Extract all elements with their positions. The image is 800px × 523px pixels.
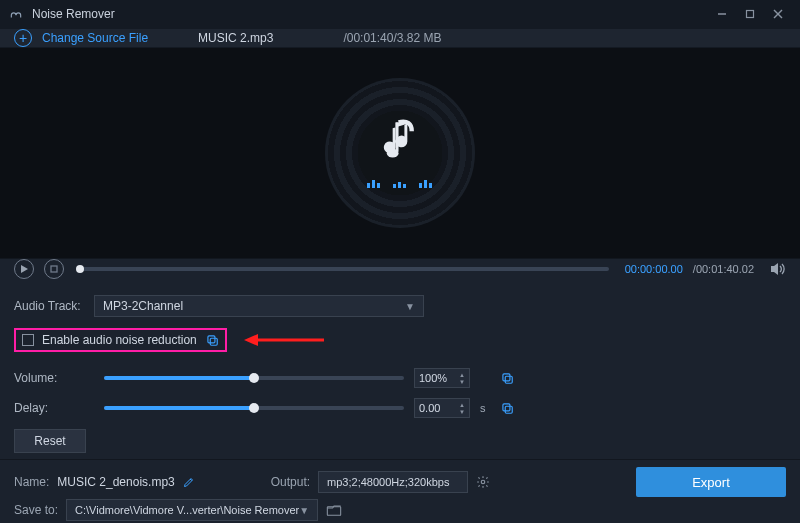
output-format-select[interactable]: mp3;2;48000Hz;320kbps — [318, 471, 468, 493]
svg-rect-5 — [396, 122, 399, 151]
edit-name-icon[interactable] — [183, 476, 195, 488]
delay-unit: s — [480, 402, 490, 414]
name-label: Name: — [14, 475, 49, 489]
app-window: Noise Remover + Change Source File MUSIC… — [0, 0, 800, 523]
saveto-path-select[interactable]: C:\Vidmore\Vidmore V...verter\Noise Remo… — [66, 499, 318, 521]
svg-marker-21 — [244, 334, 258, 346]
delay-value-box[interactable]: 0.00 ▲▼ — [414, 398, 470, 418]
volume-slider[interactable] — [104, 376, 404, 380]
volume-row: Volume: 100% ▲▼ — [14, 363, 786, 393]
volume-slider-fill — [104, 376, 254, 380]
source-filename: MUSIC 2.mp3 — [198, 31, 273, 45]
time-total: /00:01:40.02 — [693, 263, 754, 275]
delay-slider[interactable] — [104, 406, 404, 410]
delay-label: Delay: — [14, 401, 94, 415]
noise-reduction-label: Enable audio noise reduction — [42, 333, 197, 347]
svg-rect-16 — [51, 266, 57, 272]
svg-rect-19 — [210, 338, 217, 345]
source-meta: /00:01:40/3.82 MB — [343, 31, 441, 45]
output-name: MUSIC 2_denois.mp3 — [57, 475, 174, 489]
source-bar: + Change Source File MUSIC 2.mp3 /00:01:… — [0, 28, 800, 48]
footer-row-2: Save to: C:\Vidmore\Vidmore V...verter\N… — [14, 496, 786, 523]
footer-panel: Name: MUSIC 2_denois.mp3 Output: mp3;2;4… — [0, 459, 800, 523]
volume-spin-down[interactable]: ▼ — [459, 379, 465, 385]
chevron-down-icon: ▼ — [299, 505, 309, 516]
equalizer-icon — [365, 176, 435, 188]
volume-value-box[interactable]: 100% ▲▼ — [414, 368, 470, 388]
play-button[interactable] — [14, 259, 34, 279]
svg-rect-10 — [398, 182, 401, 188]
svg-point-26 — [481, 480, 485, 484]
svg-rect-8 — [377, 183, 380, 188]
svg-marker-17 — [771, 263, 778, 275]
minimize-button[interactable] — [708, 0, 736, 28]
delay-slider-fill — [104, 406, 254, 410]
saveto-path: C:\Vidmore\Vidmore V...verter\Noise Remo… — [75, 504, 299, 516]
reset-button[interactable]: Reset — [14, 429, 86, 453]
svg-rect-1 — [747, 11, 754, 18]
timeline-slider[interactable] — [80, 267, 609, 271]
svg-rect-12 — [419, 183, 422, 188]
stop-button[interactable] — [44, 259, 64, 279]
title-bar: Noise Remover — [0, 0, 800, 28]
time-current: 00:00:00.00 — [625, 263, 683, 275]
delay-reset-icon[interactable] — [500, 401, 514, 415]
noise-reduction-row: Enable audio noise reduction — [14, 327, 786, 353]
svg-marker-15 — [21, 265, 28, 273]
delay-row: Delay: 0.00 ▲▼ s — [14, 393, 786, 423]
preview-area — [0, 48, 800, 258]
delay-spin-down[interactable]: ▼ — [459, 409, 465, 415]
volume-reset-icon[interactable] — [500, 371, 514, 385]
delay-slider-thumb[interactable] — [249, 403, 259, 413]
chevron-down-icon: ▼ — [405, 301, 415, 312]
audio-track-select[interactable]: MP3-2Channel ▼ — [94, 295, 424, 317]
svg-rect-11 — [403, 184, 406, 188]
noise-reduction-info-icon[interactable] — [205, 333, 219, 347]
volume-slider-thumb[interactable] — [249, 373, 259, 383]
svg-rect-18 — [208, 336, 215, 343]
svg-rect-25 — [505, 406, 512, 413]
volume-value: 100% — [419, 372, 447, 384]
saveto-label: Save to: — [14, 503, 58, 517]
open-folder-icon[interactable] — [326, 503, 342, 517]
svg-rect-22 — [503, 374, 510, 381]
svg-rect-9 — [393, 184, 396, 188]
change-source-link[interactable]: Change Source File — [42, 31, 148, 45]
audio-track-value: MP3-2Channel — [103, 299, 183, 313]
volume-label: Volume: — [14, 371, 94, 385]
music-note-icon — [382, 118, 418, 162]
svg-rect-13 — [424, 180, 427, 188]
callout-arrow-icon — [244, 333, 324, 347]
close-button[interactable] — [764, 0, 792, 28]
footer-row-1: Name: MUSIC 2_denois.mp3 Output: mp3;2;4… — [14, 468, 786, 496]
app-title: Noise Remover — [32, 7, 115, 21]
app-logo-icon — [8, 6, 24, 22]
svg-rect-23 — [505, 376, 512, 383]
svg-rect-14 — [429, 183, 432, 188]
delay-spin-up[interactable]: ▲ — [459, 402, 465, 408]
output-format-value: mp3;2;48000Hz;320kbps — [327, 476, 449, 488]
export-button[interactable]: Export — [636, 467, 786, 497]
noise-reduction-highlight: Enable audio noise reduction — [14, 328, 227, 352]
svg-rect-24 — [503, 404, 510, 411]
volume-icon[interactable] — [770, 262, 786, 276]
output-settings-icon[interactable] — [476, 475, 490, 489]
audio-disc-art — [325, 78, 475, 228]
playback-bar: 00:00:00.00/00:01:40.02 — [0, 258, 800, 279]
maximize-button[interactable] — [736, 0, 764, 28]
controls-panel: Audio Track: MP3-2Channel ▼ Enable audio… — [0, 279, 800, 459]
svg-rect-6 — [367, 183, 370, 188]
svg-rect-7 — [372, 180, 375, 188]
volume-spin-up[interactable]: ▲ — [459, 372, 465, 378]
add-source-icon[interactable]: + — [14, 29, 32, 47]
audio-track-row: Audio Track: MP3-2Channel ▼ — [14, 291, 786, 321]
delay-value: 0.00 — [419, 402, 440, 414]
output-label: Output: — [271, 475, 310, 489]
noise-reduction-checkbox[interactable] — [22, 334, 34, 346]
audio-track-label: Audio Track: — [14, 299, 94, 313]
